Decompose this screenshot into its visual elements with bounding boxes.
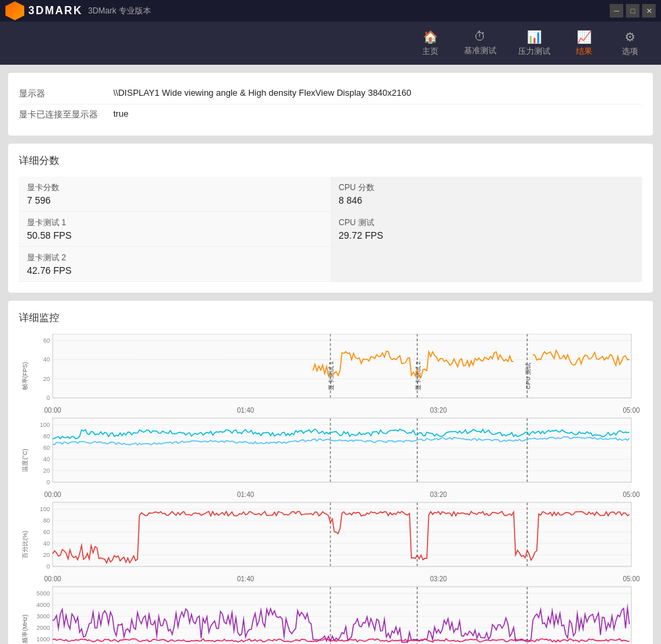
home-icon: 🏠 bbox=[423, 30, 438, 45]
close-button[interactable]: ✕ bbox=[642, 4, 656, 18]
logo-text: 3DMARK bbox=[28, 5, 82, 17]
gpu-score-value: 7 596 bbox=[27, 195, 322, 206]
gpu-test1-label: 显卡测试 1 bbox=[27, 217, 322, 229]
nav-stress[interactable]: 📊 压力测试 bbox=[510, 24, 558, 63]
cpu-score-cell: CPU 分数 8 846 bbox=[330, 177, 642, 212]
gpu-connected-row: 显卡已连接至显示器 true bbox=[19, 105, 642, 125]
main-window: 3DMARK 3DMark 专业版本 ─ □ ✕ 🏠 主页 ⏱ 基准测试 📊 压… bbox=[0, 0, 661, 644]
cpu-score-value: 8 846 bbox=[339, 195, 634, 206]
options-icon: ⚙ bbox=[625, 30, 635, 45]
logo-icon bbox=[5, 1, 24, 20]
gpu-connected-value: true bbox=[113, 109, 128, 119]
nav-options-label: 选项 bbox=[622, 46, 638, 57]
benchmark-icon: ⏱ bbox=[474, 30, 486, 44]
charts-container bbox=[19, 334, 642, 644]
cpu-test-cell: CPU 测试 29.72 FPS bbox=[330, 212, 642, 247]
stress-icon: 📊 bbox=[527, 30, 542, 45]
nav-benchmark-label: 基准测试 bbox=[464, 45, 496, 57]
gpu-score-label: 显卡分数 bbox=[27, 182, 322, 194]
gpu-score-cell: 显卡分数 7 596 bbox=[19, 177, 330, 212]
nav-options[interactable]: ⚙ 选项 bbox=[610, 24, 650, 63]
nav-results[interactable]: 📈 结果 bbox=[564, 24, 604, 63]
nav-home-label: 主页 bbox=[422, 46, 438, 57]
empty-cell bbox=[330, 247, 642, 282]
nav-benchmark[interactable]: ⏱ 基准测试 bbox=[456, 24, 505, 63]
gpu-test2-value: 42.76 FPS bbox=[27, 265, 322, 276]
scores-grid: 显卡分数 7 596 CPU 分数 8 846 显卡测试 1 50.58 FPS… bbox=[19, 177, 642, 282]
monitoring-section: 详细监控 帧率 (FPS) CPU 温度 (°C) GPU 温度 (°C) bbox=[8, 301, 653, 644]
navbar: 🏠 主页 ⏱ 基准测试 📊 压力测试 📈 结果 ⚙ 选项 bbox=[0, 22, 661, 65]
monitoring-title: 详细监控 bbox=[19, 312, 642, 324]
scores-section: 详细分数 显卡分数 7 596 CPU 分数 8 846 显卡测试 1 50.5… bbox=[8, 144, 653, 293]
nav-results-label: 结果 bbox=[576, 46, 592, 57]
minimize-button[interactable]: ─ bbox=[610, 4, 623, 18]
nav-items: 🏠 主页 ⏱ 基准测试 📊 压力测试 📈 结果 ⚙ 选项 bbox=[410, 24, 650, 63]
nav-home[interactable]: 🏠 主页 bbox=[410, 24, 451, 63]
cpu-test-label: CPU 测试 bbox=[339, 217, 634, 229]
monitoring-chart bbox=[19, 334, 645, 644]
maximize-button[interactable]: □ bbox=[626, 4, 639, 18]
gpu-test2-label: 显卡测试 2 bbox=[27, 252, 322, 264]
titlebar-controls: ─ □ ✕ bbox=[610, 4, 656, 18]
gpu-connected-label: 显卡已连接至显示器 bbox=[19, 109, 113, 121]
system-info-section: 显示器 \\DISPLAY1 Wide viewing angle & High… bbox=[8, 73, 653, 136]
content-area: 显示器 \\DISPLAY1 Wide viewing angle & High… bbox=[0, 65, 661, 644]
cpu-test-value: 29.72 FPS bbox=[339, 230, 634, 241]
scores-title: 详细分数 bbox=[19, 154, 642, 167]
titlebar: 3DMARK 3DMark 专业版本 ─ □ ✕ bbox=[0, 0, 661, 22]
gpu-test1-value: 50.58 FPS bbox=[27, 230, 322, 241]
display-info-row: 显示器 \\DISPLAY1 Wide viewing angle & High… bbox=[19, 84, 642, 105]
titlebar-left: 3DMARK 3DMark 专业版本 bbox=[5, 1, 151, 20]
app-logo: 3DMARK bbox=[5, 1, 82, 20]
results-icon: 📈 bbox=[577, 30, 592, 45]
gpu-test1-cell: 显卡测试 1 50.58 FPS bbox=[19, 212, 330, 247]
display-label: 显示器 bbox=[19, 88, 113, 100]
display-value: \\DISPLAY1 Wide viewing angle & High den… bbox=[113, 88, 411, 98]
gpu-test2-cell: 显卡测试 2 42.76 FPS bbox=[19, 247, 330, 282]
window-title: 3DMark 专业版本 bbox=[88, 5, 150, 17]
nav-stress-label: 压力测试 bbox=[518, 46, 550, 57]
cpu-score-label: CPU 分数 bbox=[339, 182, 634, 194]
